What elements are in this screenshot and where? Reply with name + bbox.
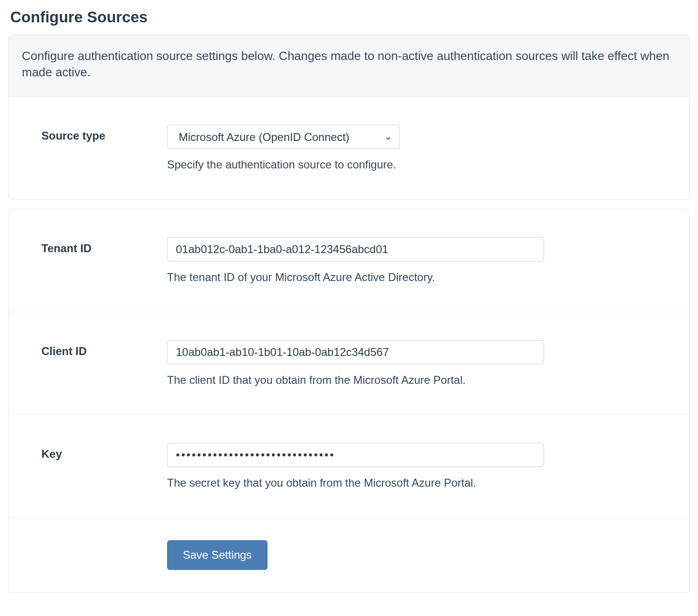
actions-row: Save Settings bbox=[9, 518, 689, 592]
tenant-id-row: Tenant ID The tenant ID of your Microsof… bbox=[9, 209, 689, 312]
intro-text: Configure authentication source settings… bbox=[9, 35, 689, 97]
save-settings-button[interactable]: Save Settings bbox=[167, 540, 268, 570]
client-id-help: The client ID that you obtain from the M… bbox=[167, 374, 657, 387]
tenant-id-input[interactable] bbox=[167, 237, 544, 261]
client-id-row: Client ID The client ID that you obtain … bbox=[9, 312, 689, 415]
credentials-card: Tenant ID The tenant ID of your Microsof… bbox=[8, 209, 690, 593]
key-row: Key The secret key that you obtain from … bbox=[9, 415, 689, 518]
key-input[interactable] bbox=[167, 443, 544, 467]
key-help: The secret key that you obtain from the … bbox=[167, 476, 657, 489]
source-type-row: Source type Microsoft Azure (OpenID Conn… bbox=[9, 97, 689, 199]
tenant-id-help: The tenant ID of your Microsoft Azure Ac… bbox=[167, 271, 657, 284]
source-type-card: Configure authentication source settings… bbox=[8, 34, 690, 200]
client-id-input[interactable] bbox=[167, 340, 544, 364]
key-label: Key bbox=[41, 448, 62, 460]
source-type-help: Specify the authentication source to con… bbox=[167, 158, 657, 171]
tenant-id-label: Tenant ID bbox=[41, 242, 92, 254]
client-id-label: Client ID bbox=[41, 345, 87, 357]
source-type-select[interactable]: Microsoft Azure (OpenID Connect) bbox=[167, 125, 400, 149]
page-title: Configure Sources bbox=[10, 8, 690, 26]
source-type-label: Source type bbox=[41, 129, 105, 142]
